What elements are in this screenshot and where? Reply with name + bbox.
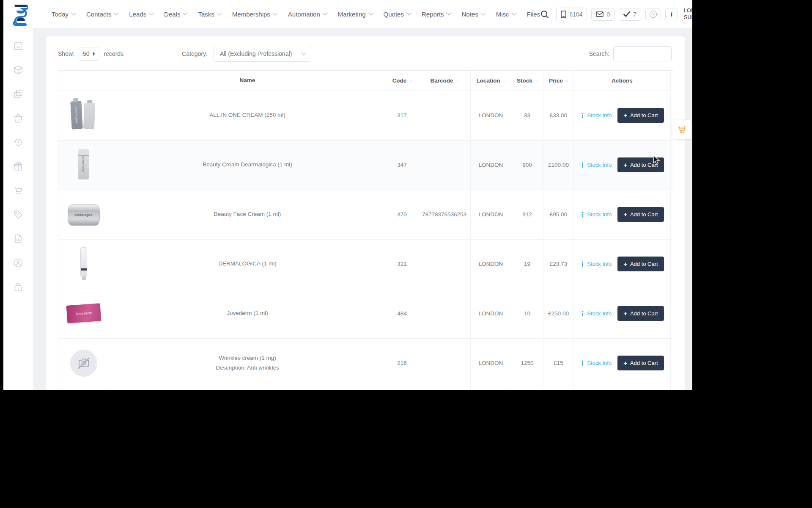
menu-item-leads[interactable]: Leads <box>129 11 153 18</box>
menu-item-marketing[interactable]: Marketing <box>338 11 372 18</box>
stock-info-label: Stock Info <box>587 162 612 168</box>
product-description-text: Description: Anti wrinkles <box>216 363 279 373</box>
menu-item-reports[interactable]: Reports <box>422 11 450 18</box>
header-barcode[interactable]: Barcode↑↓ <box>418 71 471 91</box>
plus-icon: + <box>623 162 627 168</box>
menu-item-quotes[interactable]: Quotes <box>384 11 410 18</box>
product-name-text: Juvederm (1 ml) <box>227 309 268 318</box>
menu-label: Memberships <box>232 11 270 18</box>
stock-info-link[interactable]: Stock Info <box>580 211 612 218</box>
product-code: 216 <box>386 339 418 388</box>
header-actions: Actions <box>574 71 671 91</box>
mail-badge[interactable]: 0 <box>591 8 614 21</box>
table-row: dermalogica Beauty Face Cream (1 ml) 370… <box>58 190 673 240</box>
product-image-cell: Juvederm <box>58 289 109 338</box>
sidebar-history-icon[interactable] <box>13 137 24 148</box>
menu-item-files[interactable]: Files <box>527 11 540 18</box>
stock-info-link[interactable]: Stock Info <box>580 360 612 366</box>
product-location <box>471 388 511 390</box>
menu-item-tasks[interactable]: Tasks <box>198 11 220 18</box>
menu-item-memberships[interactable]: Memberships <box>232 11 277 18</box>
menu-item-notes[interactable]: Notes <box>462 11 485 18</box>
stock-info-label: Stock Info <box>587 261 612 267</box>
help-button[interactable]: ? <box>645 8 661 20</box>
header-label: Name <box>240 76 255 86</box>
product-price: £15 <box>543 339 574 388</box>
app-logo-hourglass-icon[interactable] <box>11 4 30 27</box>
chevron-down-icon <box>322 10 328 16</box>
menu-label: Marketing <box>338 11 366 18</box>
sidebar-gift-icon[interactable] <box>13 161 24 172</box>
menu-item-misc[interactable]: Misc <box>496 11 516 18</box>
table-header-row: Name Code↑↓ Barcode↑↓ Location↑↓ Stock↑↓… <box>58 71 673 91</box>
product-code: 370 <box>386 190 418 239</box>
records-per-page-stepper[interactable]: 50 ▲▼ <box>79 47 100 61</box>
header-stock[interactable]: Stock↑↓ <box>511 71 543 91</box>
product-code: 484 <box>386 289 418 338</box>
menu-item-automation[interactable]: Automation <box>288 11 326 18</box>
phone-icon <box>561 11 566 18</box>
header-code[interactable]: Code↑↓ <box>386 71 418 91</box>
plus-icon: + <box>623 112 627 119</box>
search-icon[interactable] <box>540 10 549 19</box>
phone-calls-badge[interactable]: 6104 <box>556 8 587 21</box>
stock-info-link[interactable]: Stock Info <box>580 261 612 267</box>
sidebar-customer-icon[interactable] <box>13 257 24 268</box>
product-barcode <box>418 339 471 388</box>
product-barcode: 78778376536253 <box>418 190 471 239</box>
app-window: Today Contacts Leads Deals Tasks Members… <box>3 0 692 390</box>
sort-icon: ↑↓ <box>503 78 505 83</box>
sidebar-copy-icon[interactable] <box>13 88 24 99</box>
stepper-arrows-icon[interactable]: ▲▼ <box>92 52 96 56</box>
header-label: Actions <box>612 77 633 84</box>
phone-badge-count: 6104 <box>569 11 582 18</box>
floating-cart-button[interactable] <box>672 120 691 139</box>
product-stock: 912 <box>511 190 543 239</box>
header-price[interactable]: Price↑↓ <box>543 71 574 91</box>
category-label: Category: <box>182 50 208 57</box>
product-image-label: dermalogica <box>74 213 93 216</box>
info-icon <box>580 360 585 366</box>
info-icon <box>580 311 585 316</box>
stock-info-link[interactable]: Stock Info <box>580 310 612 317</box>
add-to-cart-button[interactable]: +Add to Cart <box>617 108 664 123</box>
table-row: dermalogica ALL IN ONE CREAM (250 ml) 31… <box>58 91 673 141</box>
product-image-cell <box>58 388 109 390</box>
tasks-badge[interactable]: 7 <box>619 8 641 21</box>
add-to-cart-button[interactable]: +Add to Cart <box>617 157 664 172</box>
stock-info-link[interactable]: Stock Info <box>580 162 612 168</box>
menu-item-today[interactable]: Today <box>52 11 75 18</box>
sidebar-calendar-icon[interactable]: 12 <box>13 40 24 51</box>
sort-icon: ↑↓ <box>409 78 411 83</box>
category-select[interactable]: All (Excluding Professional) <box>214 46 311 62</box>
sidebar-shopping-bag-icon[interactable] <box>13 113 24 124</box>
stock-info-link[interactable]: Stock Info <box>580 112 612 119</box>
mail-badge-count: 0 <box>606 11 610 18</box>
product-actions: Stock Info +Add to Cart <box>574 339 671 388</box>
sidebar-tags-icon[interactable] <box>13 209 24 220</box>
table-search-input[interactable] <box>613 46 672 61</box>
add-to-cart-button[interactable]: +Add to Cart <box>617 257 664 271</box>
product-image-pink-box: Juvederm <box>65 294 102 333</box>
product-price: £23.73 <box>543 240 574 289</box>
product-location: LONDON <box>471 141 511 190</box>
product-name: Juvederm (1 ml) <box>109 289 386 338</box>
menu-item-deals[interactable]: Deals <box>164 11 187 18</box>
records-label: records <box>104 50 123 57</box>
product-name: Wrinkles cream (1 mg) Description: Anti … <box>109 339 386 388</box>
sidebar-cart-icon[interactable] <box>13 185 24 196</box>
header-location[interactable]: Location↑↓ <box>471 71 511 91</box>
add-to-cart-button[interactable]: +Add to Cart <box>617 356 664 370</box>
chevron-down-icon <box>301 50 307 55</box>
sidebar-products-box-icon[interactable] <box>13 64 24 75</box>
product-name <box>109 388 386 390</box>
stock-info-label: Stock Info <box>587 360 612 366</box>
info-button[interactable]: i <box>665 8 678 20</box>
add-to-cart-button[interactable]: +Add to Cart <box>617 207 664 222</box>
add-to-cart-button[interactable]: +Add to Cart <box>617 306 664 321</box>
chevron-down-icon <box>406 10 412 16</box>
header-name[interactable]: Name <box>109 71 386 91</box>
menu-item-contacts[interactable]: Contacts <box>86 11 118 18</box>
sidebar-report-icon[interactable] <box>13 233 24 244</box>
sidebar-lock-icon[interactable] <box>13 282 24 293</box>
